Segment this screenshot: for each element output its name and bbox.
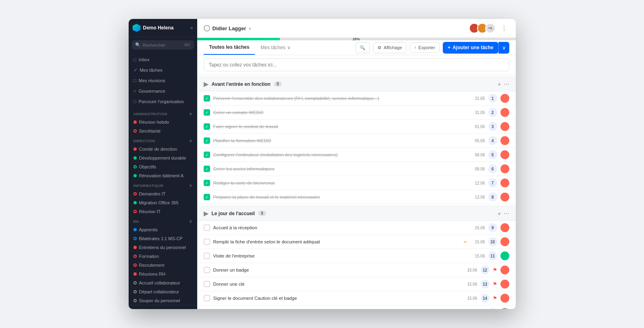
task-checkbox[interactable] (204, 281, 210, 287)
add-task-button[interactable]: + Ajouter une tâche (443, 42, 498, 54)
task-name[interactable]: Visite de l'entreprise (213, 253, 468, 258)
group-count-avant: 8 (274, 81, 282, 87)
sidebar-item-objectifs[interactable]: Objectifs (129, 162, 197, 171)
sidebar-item-bilaterales[interactable]: Bilatérales 1:1 MS-CP (129, 234, 197, 243)
sidebar-header: Demo Helena « (129, 19, 197, 37)
group-add-icon[interactable]: + (498, 81, 501, 87)
sidebar-item-comite[interactable]: Comité de direction (129, 145, 197, 154)
sidebar-item-reunions-rh[interactable]: Réunions RH (129, 270, 197, 278)
group-add-icon[interactable]: + (498, 210, 501, 217)
task-checkbox[interactable]: ✓ (204, 152, 210, 158)
sidebar-item-apprentis[interactable]: Apprentis (129, 225, 197, 234)
task-row: Visite de l'entreprise 15.06 11 (197, 249, 516, 263)
sidebar-item-souper[interactable]: Souper du personnel (129, 296, 197, 305)
search-input[interactable] (143, 43, 175, 48)
dropdown-icon: ∨ (287, 45, 291, 50)
task-name[interactable]: Créer un compte WEDO (213, 110, 468, 115)
task-date: 15.06 (471, 226, 485, 230)
sidebar-item-recrutement[interactable]: Recrutement (129, 261, 197, 270)
sidebar-item-accueil-collaborateur[interactable]: Accueil collaborateur (129, 278, 197, 287)
task-name[interactable]: Configurer l'ordinateur (installation de… (213, 152, 468, 157)
nav-item-mes-reunions[interactable]: □ Mes réunions (129, 75, 197, 86)
task-name[interactable]: Signer le document Caution clé et badge (213, 296, 460, 301)
sidebar-item-migration-office[interactable]: Migration Office 365 (129, 198, 197, 207)
task-name[interactable]: Faire signer le contrat de travail (213, 124, 468, 129)
search-bar[interactable]: 🔍 ⌘K (132, 40, 194, 50)
section-toggle-rh[interactable]: ∨ (189, 219, 192, 224)
collapse-icon[interactable]: « (190, 25, 193, 31)
group-expand-icon[interactable]: ▶ (204, 210, 208, 217)
tab-toutes-taches[interactable]: Toutes les tâches (204, 40, 255, 55)
sidebar-item-reunion-hebdo[interactable]: Réunion hebdo (129, 118, 197, 127)
dot-gray-icon (133, 299, 137, 302)
task-checkbox[interactable] (204, 295, 210, 301)
sidebar-title: Demo Helena (143, 25, 174, 31)
task-row: ✓ Rédiger la carte de bienvenue 12.06 7 (197, 176, 516, 190)
section-informatique: INFORMATIQUE ∨ (129, 180, 197, 189)
task-checkbox[interactable] (204, 239, 210, 245)
task-row: ✓ Faire signer le contrat de travail 01.… (197, 120, 516, 134)
task-checkbox[interactable]: ✓ (204, 95, 210, 102)
task-checkbox[interactable]: ✓ (204, 180, 210, 186)
task-name[interactable]: Planifier la formation WEDO (213, 138, 468, 143)
task-row: ✓ Configurer l'ordinateur (installation … (197, 148, 516, 162)
task-name[interactable]: Remplir la fiche d'entrée selon le docum… (213, 239, 461, 244)
group-more-icon[interactable]: ⋯ (504, 81, 509, 87)
group-expand-icon[interactable]: ▶ (204, 80, 208, 88)
sidebar-item-demandes-it[interactable]: Demandes IT (129, 189, 197, 198)
task-checkbox[interactable]: ✓ (204, 109, 210, 116)
section-toggle-admin[interactable]: ∨ (189, 112, 192, 116)
dot-red-icon (133, 272, 137, 276)
task-checkbox[interactable]: ✓ (204, 137, 210, 144)
task-checkbox[interactable] (204, 267, 210, 273)
task-name[interactable]: Donner une clé (213, 282, 460, 286)
tab-mes-taches[interactable]: Mes tâches ∨ (255, 41, 296, 54)
more-options-icon[interactable]: ⋮ (499, 23, 509, 33)
dot-outline-icon (133, 129, 137, 133)
nav-item-inbox[interactable]: □ Inbox (129, 54, 197, 65)
nav-item-mes-taches[interactable]: ✓ Mes tâches (129, 65, 197, 75)
dot-outline-red-icon (133, 192, 137, 195)
sidebar-item-depart-collaborateur[interactable]: Départ collaborateur (129, 287, 197, 296)
nav-item-gouvernance[interactable]: ○ Gouvernance (129, 86, 197, 96)
nav-item-organisation[interactable]: □ Parcourir l'organisation (129, 96, 197, 107)
task-name[interactable]: Rédiger la carte de bienvenue (213, 181, 468, 185)
sidebar-item-reunion-it[interactable]: Réunion IT (129, 207, 197, 216)
task-name[interactable]: Créer les accès informatiques (213, 166, 468, 171)
search-button[interactable]: 🔍 (355, 42, 370, 53)
sidebar-item-dev-durable[interactable]: Développement durable (129, 154, 197, 162)
dot-red-icon (133, 120, 137, 124)
inbox-icon: □ (133, 57, 136, 62)
task-checkbox[interactable]: ✓ (204, 166, 210, 172)
sidebar-item-secretariat[interactable]: Secrétariat (129, 127, 197, 135)
tabs-left: Toutes les tâches Mes tâches ∨ (204, 40, 296, 55)
task-checkbox[interactable]: ✓ (204, 194, 210, 200)
search-icon: 🔍 (135, 42, 141, 48)
nav-items: □ Inbox ✓ Mes tâches □ Mes réunions ○ Go… (129, 53, 197, 108)
sidebar-item-entretiens[interactable]: Entretiens du personnel (129, 243, 197, 252)
task-name[interactable]: Prévenir l'ensemble des collaborateurs (… (213, 96, 468, 101)
section-toggle-direction[interactable]: ∨ (189, 139, 192, 143)
header-chevron-icon: ∨ (248, 26, 251, 31)
sidebar-item-renovation[interactable]: Rénovation bâtiment A (129, 171, 197, 180)
affichage-button[interactable]: ⚙ Affichage (373, 42, 406, 53)
exporter-button[interactable]: ↑ Exporter (410, 42, 440, 53)
task-num: 15 (488, 308, 497, 309)
dot-green-icon (133, 174, 137, 177)
task-input-area (197, 55, 516, 75)
group-more-icon[interactable]: ⋯ (504, 210, 509, 217)
sidebar-item-formation[interactable]: Formation (129, 252, 197, 261)
task-input[interactable] (204, 58, 509, 71)
check-icon: ✓ (133, 67, 138, 73)
task-date: 31.05 (471, 96, 485, 101)
task-name[interactable]: Donner un badge (213, 268, 460, 272)
task-checkbox[interactable] (204, 224, 210, 231)
task-name[interactable]: Accueil à la réception (213, 225, 468, 230)
section-toggle-informatique[interactable]: ∨ (189, 183, 192, 188)
task-checkbox[interactable] (204, 253, 210, 259)
task-num: 8 (488, 193, 497, 201)
task-name[interactable]: Préparer la place de travail et le matér… (213, 195, 468, 199)
add-task-dropdown-button[interactable]: ∨ (498, 42, 509, 54)
task-checkbox[interactable]: ✓ (204, 123, 210, 130)
group-title-accueil: Le jour de l'accueil (212, 211, 255, 216)
